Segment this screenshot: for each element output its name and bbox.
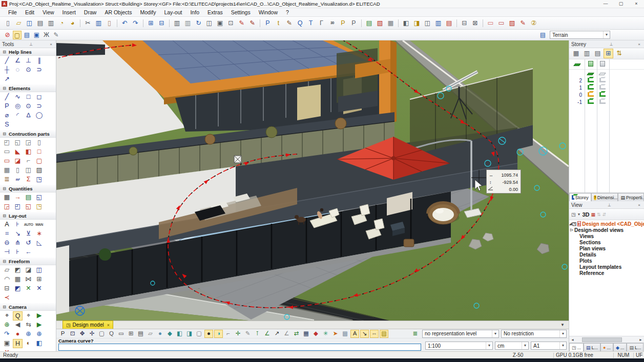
param-end-icon[interactable]: P [349,18,359,28]
tool-icon[interactable]: Q [107,330,116,338]
tool-icon[interactable]: ✳ [321,330,330,338]
tool-icon[interactable]: ↘ [360,330,369,338]
report-icon[interactable]: ▭ [486,18,495,28]
tool-icon[interactable]: ∆ [24,111,33,120]
tool-icon[interactable]: ◩ [13,266,23,275]
storey-off-icon[interactable] [599,78,606,82]
paste-icon[interactable]: ▯ [105,18,114,28]
tool-icon[interactable]: ↘ [13,229,23,239]
tool-icon[interactable]: ◧ [34,339,44,348]
save-icon[interactable]: ◫ [25,18,34,28]
tool-icon[interactable]: ◫ [34,266,44,275]
representation-level-combo[interactable]: no representation level ▼ [422,330,499,338]
sketch-icon[interactable]: ▧ [507,18,517,28]
tool-icon[interactable]: ✕ [2,348,12,351]
collapse-icon[interactable]: ⊟ [2,305,7,309]
storey-list-icon[interactable]: ▤ [593,49,603,58]
tool-icon[interactable]: ⇄ [292,330,301,338]
tool-icon[interactable]: ↷ [2,330,12,339]
tool-icon[interactable]: ⌖ [2,311,12,321]
tool-icon[interactable]: m² [13,175,23,184]
pin-icon[interactable]: ⊥ [608,42,615,47]
tool-icon[interactable]: ▭ [117,330,126,338]
menu-settings[interactable]: Settings [227,9,255,15]
tool-icon[interactable]: ◑ [214,330,223,338]
section-camera[interactable]: ⊟Camera [0,303,56,311]
pick-key-icon[interactable]: ✎ [52,31,60,39]
camera-target-marker[interactable] [234,156,241,163]
tool-icon[interactable]: ▭ [2,157,12,166]
tree-item-views[interactable]: Views [569,233,644,239]
tool-icon[interactable]: ⊺ [253,330,262,338]
tool-icon[interactable]: ◐ [24,339,33,348]
tool-icon[interactable]: ∥ [34,56,44,66]
tool-icon[interactable]: ▭ [2,147,12,157]
expand-tree-icon[interactable]: ⇅ [597,212,601,217]
tool-icon[interactable]: ▶ [34,321,44,330]
chevron-down-icon[interactable]: ▼ [577,212,581,216]
tool-icon[interactable]: ▢ [34,157,44,166]
tool-icon[interactable]: → [13,193,23,202]
tool-icon[interactable]: ▦ [13,275,23,284]
tree-item-plan-views[interactable]: Plan views [569,245,644,251]
storey-view-icon[interactable]: ▥ [582,49,592,58]
tool-icon[interactable]: ◩ [13,284,23,293]
chevron-down-icon[interactable]: ▼ [559,330,566,337]
layer-list-icon[interactable]: ▤ [23,31,31,39]
tool-icon[interactable]: ● [204,330,213,338]
tab-list-dropdown-icon[interactable]: ▼ [560,323,565,327]
tool-icon[interactable]: ⌀ [2,111,12,120]
tool-icon[interactable]: ▢ [195,330,203,338]
tool-icon[interactable]: □ [24,93,33,102]
tool-icon[interactable]: ◰ [13,202,23,211]
tool-icon[interactable]: ⋔ [13,239,23,248]
tree-root[interactable]: ◢ ◳ E Design model <CAD_Object_ [569,221,644,227]
menu-edit[interactable]: Edit [21,9,38,15]
unit-combo[interactable]: cm ▼ [495,342,529,350]
tab-layers[interactable]: ▤L... [627,343,643,351]
sheet-combo[interactable]: A1 ▼ [531,342,567,350]
tool-icon[interactable]: ∗ [34,229,44,239]
collapsed-icon[interactable]: ▷ [569,228,574,232]
tool-icon[interactable]: MAN [34,220,44,229]
active-layer-combo[interactable]: Terrain ▼ [550,31,610,39]
zoom-in-icon[interactable]: ⊞ [146,18,156,28]
tool-icon[interactable]: ◲ [2,202,12,211]
cancel-icon[interactable]: ⊘ [3,31,12,39]
menu-modify[interactable]: Modify [136,9,160,15]
tool-icon[interactable]: ⊟ [2,284,12,293]
tab-materials[interactable]: ●... [600,343,613,351]
tool-icon[interactable]: A [350,330,359,338]
tool-icon[interactable]: ≺ [2,293,12,303]
section-construction-parts[interactable]: ⊟Contruction parts [0,130,56,138]
hatch-icon[interactable]: ▤ [364,18,374,28]
tool-icon[interactable]: ⊃ [34,66,44,75]
tool-icon[interactable]: ╱ [2,93,12,102]
tool-icon[interactable]: ⇆ [24,321,33,330]
tool-icon[interactable]: ◱ [34,193,44,202]
tool-icon[interactable]: ⌐ [224,330,233,338]
tool-icon[interactable]: ⌗ [2,229,12,239]
storey-manager-icon[interactable]: ▦ [571,49,581,58]
scroll-right-icon[interactable]: ► [637,338,644,342]
tool-icon[interactable]: Q [13,311,23,321]
tool-icon[interactable]: ▤ [24,193,33,202]
section-elements[interactable]: ⊟Elements [0,84,56,92]
zoom-out-icon[interactable]: ⊟ [157,18,167,28]
scale-combo[interactable]: 1:100 ▼ [425,342,493,350]
tool-icon[interactable]: ✕ [34,284,44,293]
tool-icon[interactable]: ↗ [273,330,281,338]
collapse-icon[interactable]: ⊟ [2,50,7,54]
tool-icon[interactable]: ⊦ [13,248,23,257]
section-help-lines[interactable]: ⊟Help lines [0,48,56,56]
freehand-icon[interactable]: Ж [42,31,51,39]
tool-icon[interactable]: ⊦ [13,220,23,229]
menu-ar-objects[interactable]: AR Objects [100,9,136,15]
tool-icon[interactable]: ⊙ [24,66,33,75]
tool-icon[interactable]: ◧ [175,330,184,338]
chevron-down-icon[interactable]: ▼ [559,342,566,349]
tool-icon[interactable]: ╱ [2,56,12,66]
section-quantities[interactable]: ⊟Quantities [0,185,56,193]
tool-icon[interactable]: ⋈ [24,275,33,284]
corner-icon[interactable]: Γ [317,18,326,28]
